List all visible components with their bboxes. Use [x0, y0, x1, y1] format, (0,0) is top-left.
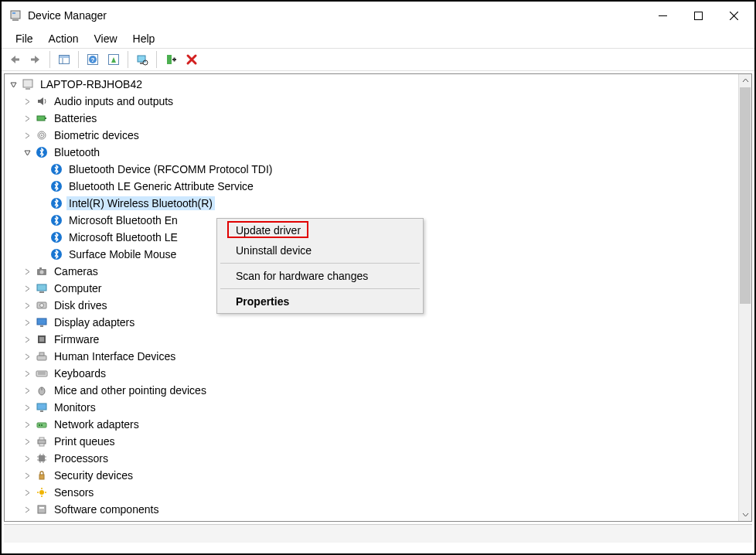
chevron-right-icon[interactable]	[22, 368, 33, 380]
firmware-icon	[35, 332, 49, 346]
network-icon	[35, 417, 49, 431]
tree-device[interactable]: Bluetooth Device (RFCOMM Protocol TDI)	[5, 161, 751, 178]
scroll-up-icon[interactable]	[739, 74, 751, 87]
maximize-button[interactable]	[680, 4, 716, 27]
add-hardware-button[interactable]	[161, 49, 181, 70]
node-label: Bluetooth Device (RFCOMM Protocol TDI)	[66, 162, 274, 176]
svg-rect-71	[39, 475, 44, 479]
menu-item-scan-hardware[interactable]: Scan for hardware changes	[219, 266, 421, 286]
tree-category[interactable]: Keyboards	[5, 365, 751, 382]
node-label: Disk drives	[52, 298, 109, 312]
tree-category[interactable]: Display adapters	[5, 314, 751, 331]
scroll-down-icon[interactable]	[739, 508, 751, 521]
chevron-down-icon[interactable]	[8, 79, 19, 90]
tree-device[interactable]: Bluetooth LE Generic Attribute Service	[5, 178, 751, 195]
svg-rect-2	[12, 12, 15, 14]
show-hide-console-tree-button[interactable]	[54, 49, 74, 70]
chevron-down-icon[interactable]	[22, 147, 33, 158]
svg-rect-54	[37, 403, 46, 410]
close-button[interactable]	[716, 4, 751, 27]
tree-category[interactable]: Processors	[5, 450, 751, 467]
chevron-right-icon[interactable]	[22, 419, 33, 431]
tree-category[interactable]: Security devices	[5, 467, 751, 484]
remove-hardware-button[interactable]	[182, 49, 202, 70]
chevron-right-icon[interactable]	[22, 504, 33, 516]
svg-rect-44	[40, 325, 43, 327]
svg-rect-59	[38, 440, 46, 444]
tree-category[interactable]: Software components	[5, 501, 751, 518]
menu-file[interactable]: File	[8, 31, 41, 46]
node-label: Audio inputs and outputs	[52, 94, 175, 108]
node-label: Security devices	[52, 468, 135, 482]
chevron-right-icon[interactable]	[22, 402, 33, 414]
svg-rect-10	[60, 56, 69, 58]
titlebar: Device Manager	[2, 2, 754, 29]
chevron-right-icon[interactable]	[22, 266, 33, 278]
svg-rect-8	[31, 59, 36, 61]
chevron-right-icon[interactable]	[22, 385, 33, 397]
chevron-right-icon[interactable]	[22, 113, 33, 124]
toolbar-separator	[128, 51, 128, 68]
chevron-right-icon[interactable]	[22, 300, 33, 312]
bluetooth-icon	[35, 145, 49, 159]
menu-separator	[220, 288, 420, 289]
chevron-right-icon[interactable]	[22, 470, 33, 482]
chevron-right-icon[interactable]	[22, 436, 33, 448]
svg-rect-4	[694, 12, 702, 19]
menu-view[interactable]: View	[86, 31, 124, 46]
chevron-right-icon[interactable]	[22, 487, 33, 499]
tree-category[interactable]: Biometric devices	[5, 127, 751, 144]
svg-rect-23	[26, 88, 30, 90]
bluetooth-icon	[49, 162, 63, 176]
vertical-scrollbar[interactable]	[738, 74, 751, 521]
chevron-right-icon[interactable]	[22, 351, 33, 363]
svg-rect-58	[41, 424, 43, 426]
chevron-right-icon[interactable]	[22, 317, 33, 329]
tree-category[interactable]: Human Interface Devices	[5, 348, 751, 365]
forward-button[interactable]	[26, 49, 46, 70]
svg-point-72	[39, 490, 44, 495]
scroll-thumb[interactable]	[740, 87, 751, 304]
properties-button[interactable]	[104, 49, 124, 70]
node-label: Computer	[52, 281, 104, 295]
tree-category[interactable]: Monitors	[5, 399, 751, 416]
chevron-right-icon[interactable]	[22, 283, 33, 295]
tree-category[interactable]: Network adapters	[5, 416, 751, 433]
svg-rect-40	[39, 291, 44, 293]
tree-category[interactable]: Firmware	[5, 331, 751, 348]
tree-category[interactable]: Audio inputs and outputs	[5, 93, 751, 110]
chevron-right-icon[interactable]	[22, 130, 33, 141]
chevron-right-icon[interactable]	[22, 453, 33, 465]
tree-device-selected[interactable]: Intel(R) Wireless Bluetooth(R)	[5, 195, 751, 212]
menu-item-uninstall-device[interactable]: Uninstall device	[219, 240, 421, 260]
svg-rect-57	[39, 424, 40, 426]
tree-category[interactable]: Batteries	[5, 110, 751, 127]
minimize-button[interactable]	[645, 4, 680, 27]
bluetooth-icon	[49, 179, 63, 193]
tree-root[interactable]: LAPTOP-RBJHOB42	[5, 76, 751, 93]
node-label: Network adapters	[52, 417, 141, 431]
svg-rect-62	[39, 455, 45, 461]
svg-rect-17	[140, 63, 143, 64]
node-label: Monitors	[52, 400, 98, 414]
bluetooth-icon	[49, 196, 63, 210]
back-button[interactable]	[5, 49, 25, 70]
menu-help[interactable]: Help	[125, 31, 163, 46]
menu-item-properties[interactable]: Properties	[219, 291, 421, 312]
tree-category[interactable]: Mice and other pointing devices	[5, 382, 751, 399]
chevron-right-icon[interactable]	[22, 334, 33, 346]
tree-category[interactable]: Print queues	[5, 433, 751, 450]
printer-icon	[35, 434, 49, 448]
scan-hardware-button[interactable]	[132, 49, 152, 70]
node-label: Software components	[52, 502, 161, 516]
node-label: Mice and other pointing devices	[52, 383, 209, 397]
svg-point-28	[41, 134, 43, 136]
tree-category-bluetooth[interactable]: Bluetooth	[5, 144, 751, 161]
tree-category[interactable]: Sensors	[5, 484, 751, 501]
help-button[interactable]: ?	[83, 49, 103, 70]
svg-rect-21	[174, 58, 175, 62]
svg-text:?: ?	[91, 56, 95, 63]
chevron-right-icon[interactable]	[22, 96, 33, 107]
menu-action[interactable]: Action	[41, 31, 87, 46]
bluetooth-icon	[49, 247, 63, 261]
